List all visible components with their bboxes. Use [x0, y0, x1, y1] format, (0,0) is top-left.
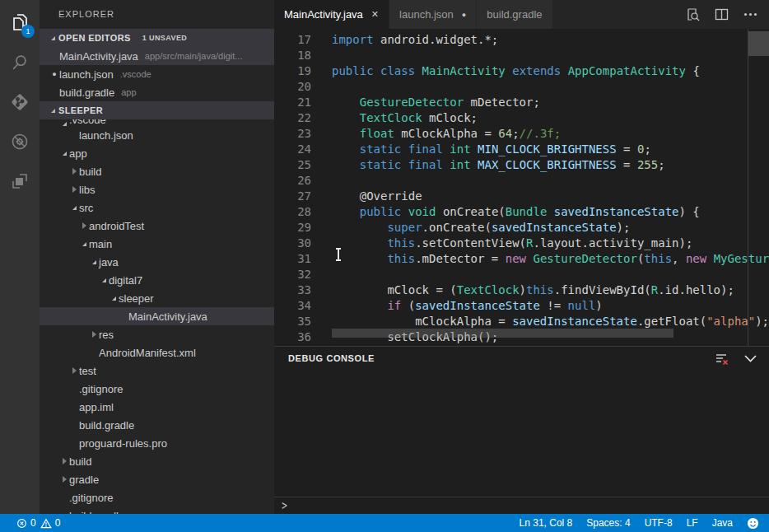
panel-title-debug-console[interactable]: DEBUG CONSOLE — [288, 353, 375, 363]
code-line-31: 31 this.mDetector = new GestureDetector(… — [274, 251, 769, 267]
tree-item-label: sleeper — [119, 292, 154, 305]
code-line-text: static final int MAX_CLOCK_BRIGHTNESS = … — [332, 157, 665, 173]
tab-build-gradle[interactable]: build.gradle — [477, 0, 552, 29]
tree-item-digital7[interactable]: digital7 — [40, 271, 274, 289]
code-line-text: public void onCreate(Bundle savedInstanc… — [332, 204, 700, 220]
chevron-expanded-icon — [112, 296, 116, 301]
editor-horizontal-scrollbar[interactable] — [332, 329, 673, 338]
tree-item-app[interactable]: app — [40, 144, 274, 162]
activity-bar-item-search-icon[interactable] — [0, 43, 40, 82]
problems-status[interactable]: 0 0 — [8, 517, 60, 529]
warning-count: 0 — [55, 517, 61, 529]
tree-item-gitignore[interactable]: .gitignore — [40, 488, 274, 506]
code-line-17: 17import android.widget.*; — [274, 32, 769, 48]
folder-section-header[interactable]: SLEEPER — [40, 101, 274, 119]
code-line-18: 18 — [274, 48, 769, 63]
tree-item-label: gradle — [69, 474, 99, 486]
tree-item-launch-json[interactable]: launch.json — [40, 126, 274, 144]
code-line-29: 29 super.onCreate(savedInstanceState); — [274, 220, 769, 236]
tree-item-gradle[interactable]: gradle — [40, 470, 274, 488]
code-editor[interactable]: 17import android.widget.*;1819public cla… — [274, 29, 769, 346]
tree-item-test[interactable]: test — [40, 362, 274, 380]
open-preview-button[interactable] — [686, 7, 700, 21]
tree-item-gitignore[interactable]: .gitignore — [40, 380, 274, 398]
search-icon — [10, 53, 30, 72]
tree-item-build-gradle[interactable]: build.gradle — [40, 506, 274, 514]
close-icon[interactable]: ✕ — [371, 9, 379, 20]
tree-item-java[interactable]: java — [40, 253, 274, 271]
dirty-dot-icon: ● — [52, 70, 56, 78]
activity-bar-item-debug-icon[interactable] — [0, 122, 40, 161]
tree-item-label: MainActivity.java — [128, 310, 207, 323]
tree-item-vscode[interactable]: .vscode — [40, 119, 274, 126]
activity-bar-item-source-control-icon[interactable] — [0, 82, 40, 122]
line-number: 24 — [274, 142, 332, 157]
tree-item-androidmanifest-xml[interactable]: AndroidManifest.xml — [40, 343, 274, 362]
code-line-text: mClockAlpha = savedInstanceState.getFloa… — [332, 314, 769, 329]
feedback-smiley-button[interactable] — [747, 517, 759, 530]
twisty-collapsed-icon — [69, 168, 79, 175]
clear-console-button[interactable] — [715, 352, 729, 366]
warning-indicator[interactable]: 0 — [40, 517, 61, 529]
overview-ruler-border — [748, 29, 748, 346]
status-eol[interactable]: LF — [687, 517, 698, 529]
open-editor-label: launch.json — [59, 68, 114, 81]
line-number: 25 — [274, 157, 332, 173]
status-encoding[interactable]: UTF-8 — [645, 517, 673, 529]
twisty-expanded-icon — [109, 296, 119, 301]
chevron-collapsed-icon — [82, 222, 86, 229]
debug-console-output — [274, 370, 769, 497]
code-line-25: 25 static final int MAX_CLOCK_BRIGHTNESS… — [274, 157, 769, 173]
tree-item-label: java — [99, 256, 119, 268]
collapse-panel-button[interactable] — [743, 354, 757, 363]
dirty-indicator: ● — [462, 11, 466, 19]
twisty-collapsed-icon — [69, 186, 79, 193]
tree-item-libs[interactable]: libs — [40, 180, 274, 198]
code-content: 17import android.widget.*;1819public cla… — [274, 29, 769, 345]
tab-launch-json[interactable]: launch.json● — [389, 0, 477, 29]
debug-console-input[interactable]: > — [274, 497, 769, 514]
tree-item-src[interactable]: src — [40, 198, 274, 217]
tree-item-main[interactable]: main — [40, 235, 274, 253]
panel-header: DEBUG CONSOLE — [274, 347, 769, 370]
tree-item-label: AndroidManifest.xml — [99, 347, 196, 359]
twisty-collapsed-icon — [79, 222, 89, 229]
line-number: 27 — [274, 189, 332, 204]
open-editors-header[interactable]: OPEN EDITORS 1 UNSAVED — [40, 29, 274, 47]
debug-icon — [9, 131, 30, 152]
open-editor-build-gradle[interactable]: build.gradleapp — [40, 83, 274, 101]
split-editor-button[interactable] — [715, 8, 729, 21]
unsaved-count-badge: 1 UNSAVED — [142, 34, 187, 42]
code-line-text: import android.widget.*; — [332, 32, 498, 48]
tree-item-build[interactable]: build — [40, 452, 274, 470]
line-number: 18 — [274, 48, 332, 63]
open-editor-mainactivity-java[interactable]: MainActivity.javaapp/src/main/java/digit… — [40, 47, 274, 65]
more-actions-button[interactable] — [743, 12, 757, 16]
editor-vertical-scrollbar[interactable] — [748, 31, 769, 56]
code-line-text: public class MainActivity extends AppCom… — [332, 63, 700, 79]
activity-bar-item-extensions-icon[interactable] — [0, 161, 40, 201]
tree-item-build-gradle[interactable]: build.gradle — [40, 416, 274, 434]
status-indentation[interactable]: Spaces: 4 — [586, 517, 630, 529]
open-editor-launch-json[interactable]: ●launch.json.vscode — [40, 65, 274, 83]
tree-item-app-iml[interactable]: app.iml — [40, 398, 274, 416]
collapse-panel-icon — [743, 354, 757, 363]
tree-item-res[interactable]: res — [40, 325, 274, 343]
twisty-expanded-icon — [59, 122, 69, 126]
code-line-text: mClock = (TextClock)this.findViewById(R.… — [332, 282, 734, 298]
warning-icon — [40, 518, 52, 529]
tree-item-mainactivity-java[interactable]: MainActivity.java — [40, 307, 274, 325]
activity-bar-item-files-icon[interactable]: 1 — [0, 3, 40, 43]
tree-item-sleeper[interactable]: sleeper — [40, 289, 274, 307]
status-language-mode[interactable]: Java — [712, 517, 733, 529]
tab-mainactivity-java[interactable]: MainActivity.java✕ — [274, 0, 389, 29]
twisty-expanded-icon — [89, 260, 99, 264]
tree-item-label: launch.json — [79, 129, 133, 142]
line-number: 26 — [274, 173, 332, 189]
status-cursor-position[interactable]: Ln 31, Col 8 — [520, 517, 573, 529]
tree-item-build[interactable]: build — [40, 162, 274, 180]
tree-item-proguard-rules-pro[interactable]: proguard-rules.pro — [40, 434, 274, 452]
tree-item-androidtest[interactable]: androidTest — [40, 217, 274, 235]
error-icon — [16, 518, 27, 529]
error-indicator[interactable]: 0 — [16, 517, 36, 529]
